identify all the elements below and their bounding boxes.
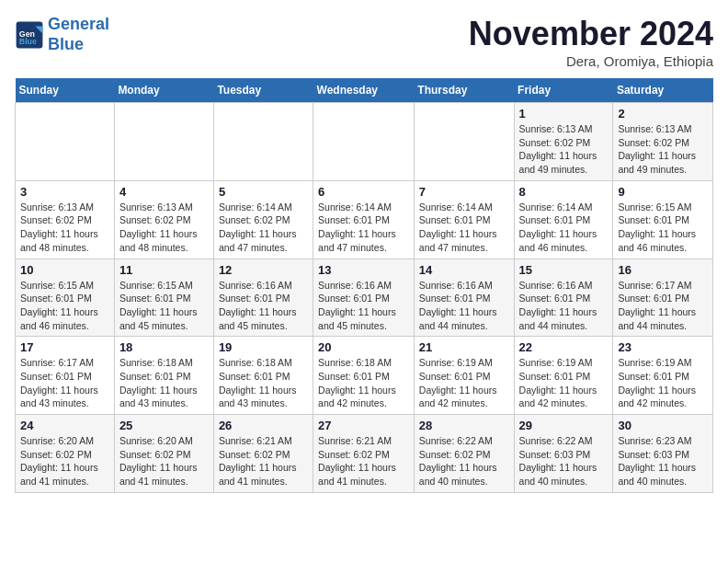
- calendar-week-row: 10Sunrise: 6:15 AM Sunset: 6:01 PM Dayli…: [16, 259, 713, 337]
- svg-text:Blue: Blue: [19, 37, 37, 46]
- calendar-cell: 12Sunrise: 6:16 AM Sunset: 6:01 PM Dayli…: [213, 259, 313, 337]
- day-info: Sunrise: 6:17 AM Sunset: 6:01 PM Dayligh…: [618, 279, 708, 333]
- calendar-cell: 3Sunrise: 6:13 AM Sunset: 6:02 PM Daylig…: [16, 180, 115, 259]
- calendar-week-row: 17Sunrise: 6:17 AM Sunset: 6:01 PM Dayli…: [16, 337, 713, 415]
- calendar-cell: 5Sunrise: 6:14 AM Sunset: 6:02 PM Daylig…: [213, 180, 313, 259]
- day-info: Sunrise: 6:13 AM Sunset: 6:02 PM Dayligh…: [519, 122, 609, 177]
- calendar-cell: 26Sunrise: 6:21 AM Sunset: 6:02 PM Dayli…: [213, 415, 313, 493]
- calendar-cell: 19Sunrise: 6:18 AM Sunset: 6:01 PM Dayli…: [213, 337, 313, 415]
- calendar-cell: 27Sunrise: 6:21 AM Sunset: 6:02 PM Dayli…: [313, 415, 415, 493]
- logo-line2: Blue: [48, 35, 84, 53]
- calendar-cell: 8Sunrise: 6:14 AM Sunset: 6:01 PM Daylig…: [514, 180, 613, 259]
- day-number: 9: [618, 185, 708, 199]
- weekday-header: Wednesday: [313, 78, 415, 103]
- logo-icon: Gen Blue: [15, 20, 44, 50]
- calendar-cell: 30Sunrise: 6:23 AM Sunset: 6:03 PM Dayli…: [613, 415, 713, 493]
- day-number: 2: [618, 107, 708, 121]
- day-info: Sunrise: 6:14 AM Sunset: 6:01 PM Dayligh…: [419, 201, 509, 255]
- day-number: 21: [419, 340, 509, 354]
- day-info: Sunrise: 6:21 AM Sunset: 6:02 PM Dayligh…: [318, 434, 409, 488]
- weekday-row: SundayMondayTuesdayWednesdayThursdayFrid…: [16, 78, 713, 103]
- day-info: Sunrise: 6:19 AM Sunset: 6:01 PM Dayligh…: [618, 356, 708, 410]
- calendar-cell: 25Sunrise: 6:20 AM Sunset: 6:02 PM Dayli…: [114, 415, 213, 493]
- day-info: Sunrise: 6:20 AM Sunset: 6:02 PM Dayligh…: [20, 434, 109, 488]
- calendar-cell: 9Sunrise: 6:15 AM Sunset: 6:01 PM Daylig…: [613, 180, 713, 259]
- day-info: Sunrise: 6:19 AM Sunset: 6:01 PM Dayligh…: [519, 356, 609, 410]
- day-number: 11: [119, 263, 209, 277]
- day-info: Sunrise: 6:17 AM Sunset: 6:01 PM Dayligh…: [20, 356, 109, 410]
- day-info: Sunrise: 6:16 AM Sunset: 6:01 PM Dayligh…: [219, 279, 308, 333]
- calendar-cell: [213, 103, 313, 181]
- calendar-cell: [313, 103, 415, 181]
- day-number: 7: [419, 185, 509, 199]
- location: Dera, Oromiya, Ethiopia: [469, 53, 713, 69]
- logo: Gen Blue General Blue: [15, 15, 109, 54]
- day-number: 20: [318, 340, 409, 354]
- weekday-header: Saturday: [613, 78, 713, 103]
- calendar-body: 1Sunrise: 6:13 AM Sunset: 6:02 PM Daylig…: [16, 103, 713, 493]
- calendar-cell: 24Sunrise: 6:20 AM Sunset: 6:02 PM Dayli…: [16, 415, 115, 493]
- calendar-cell: 10Sunrise: 6:15 AM Sunset: 6:01 PM Dayli…: [16, 259, 115, 337]
- day-number: 3: [20, 185, 109, 199]
- calendar-cell: 20Sunrise: 6:18 AM Sunset: 6:01 PM Dayli…: [313, 337, 415, 415]
- day-number: 27: [318, 419, 409, 432]
- calendar-cell: 16Sunrise: 6:17 AM Sunset: 6:01 PM Dayli…: [613, 259, 713, 337]
- calendar-cell: 4Sunrise: 6:13 AM Sunset: 6:02 PM Daylig…: [114, 180, 213, 259]
- calendar-header: SundayMondayTuesdayWednesdayThursdayFrid…: [16, 78, 713, 103]
- day-info: Sunrise: 6:15 AM Sunset: 6:01 PM Dayligh…: [119, 279, 209, 333]
- day-number: 29: [519, 419, 609, 432]
- calendar-cell: 21Sunrise: 6:19 AM Sunset: 6:01 PM Dayli…: [414, 337, 514, 415]
- calendar-cell: 13Sunrise: 6:16 AM Sunset: 6:01 PM Dayli…: [313, 259, 415, 337]
- day-info: Sunrise: 6:16 AM Sunset: 6:01 PM Dayligh…: [519, 279, 609, 333]
- day-info: Sunrise: 6:15 AM Sunset: 6:01 PM Dayligh…: [20, 279, 109, 333]
- day-number: 10: [20, 263, 109, 277]
- logo-text: General Blue: [48, 15, 109, 54]
- day-number: 1: [519, 107, 609, 121]
- calendar-cell: 29Sunrise: 6:22 AM Sunset: 6:03 PM Dayli…: [514, 415, 613, 493]
- day-number: 15: [519, 263, 609, 277]
- calendar-cell: 23Sunrise: 6:19 AM Sunset: 6:01 PM Dayli…: [613, 337, 713, 415]
- day-info: Sunrise: 6:14 AM Sunset: 6:01 PM Dayligh…: [318, 201, 409, 255]
- day-info: Sunrise: 6:18 AM Sunset: 6:01 PM Dayligh…: [318, 356, 409, 410]
- calendar-cell: 14Sunrise: 6:16 AM Sunset: 6:01 PM Dayli…: [414, 259, 514, 337]
- day-number: 22: [519, 340, 609, 354]
- weekday-header: Sunday: [16, 78, 115, 103]
- calendar-table: SundayMondayTuesdayWednesdayThursdayFrid…: [15, 78, 713, 493]
- calendar-cell: 6Sunrise: 6:14 AM Sunset: 6:01 PM Daylig…: [313, 180, 415, 259]
- title-block: November 2024 Dera, Oromiya, Ethiopia: [469, 15, 713, 69]
- calendar-cell: 22Sunrise: 6:19 AM Sunset: 6:01 PM Dayli…: [514, 337, 613, 415]
- calendar-cell: [16, 103, 115, 181]
- day-number: 14: [419, 263, 509, 277]
- day-number: 19: [219, 340, 308, 354]
- day-info: Sunrise: 6:19 AM Sunset: 6:01 PM Dayligh…: [419, 356, 509, 410]
- day-info: Sunrise: 6:23 AM Sunset: 6:03 PM Dayligh…: [618, 434, 708, 488]
- weekday-header: Thursday: [414, 78, 514, 103]
- calendar-week-row: 3Sunrise: 6:13 AM Sunset: 6:02 PM Daylig…: [16, 180, 713, 259]
- calendar-cell: 2Sunrise: 6:13 AM Sunset: 6:02 PM Daylig…: [613, 103, 713, 181]
- day-number: 16: [618, 263, 708, 277]
- page-header: Gen Blue General Blue November 2024 Dera…: [15, 15, 713, 69]
- day-info: Sunrise: 6:16 AM Sunset: 6:01 PM Dayligh…: [419, 279, 509, 333]
- day-number: 25: [119, 419, 209, 432]
- month-title: November 2024: [469, 15, 713, 53]
- calendar-cell: 15Sunrise: 6:16 AM Sunset: 6:01 PM Dayli…: [514, 259, 613, 337]
- calendar-cell: 17Sunrise: 6:17 AM Sunset: 6:01 PM Dayli…: [16, 337, 115, 415]
- day-info: Sunrise: 6:13 AM Sunset: 6:02 PM Dayligh…: [618, 122, 708, 177]
- day-number: 26: [219, 419, 308, 432]
- day-number: 23: [618, 340, 708, 354]
- calendar-week-row: 1Sunrise: 6:13 AM Sunset: 6:02 PM Daylig…: [16, 103, 713, 181]
- day-number: 12: [219, 263, 308, 277]
- weekday-header: Friday: [514, 78, 613, 103]
- day-number: 8: [519, 185, 609, 199]
- day-number: 13: [318, 263, 409, 277]
- day-number: 30: [618, 419, 708, 432]
- day-number: 17: [20, 340, 109, 354]
- day-info: Sunrise: 6:21 AM Sunset: 6:02 PM Dayligh…: [219, 434, 308, 488]
- calendar-cell: 7Sunrise: 6:14 AM Sunset: 6:01 PM Daylig…: [414, 180, 514, 259]
- calendar-cell: 18Sunrise: 6:18 AM Sunset: 6:01 PM Dayli…: [114, 337, 213, 415]
- day-number: 6: [318, 185, 409, 199]
- calendar-cell: [414, 103, 514, 181]
- logo-line1: General: [48, 15, 109, 33]
- calendar-cell: 1Sunrise: 6:13 AM Sunset: 6:02 PM Daylig…: [514, 103, 613, 181]
- day-number: 4: [119, 185, 209, 199]
